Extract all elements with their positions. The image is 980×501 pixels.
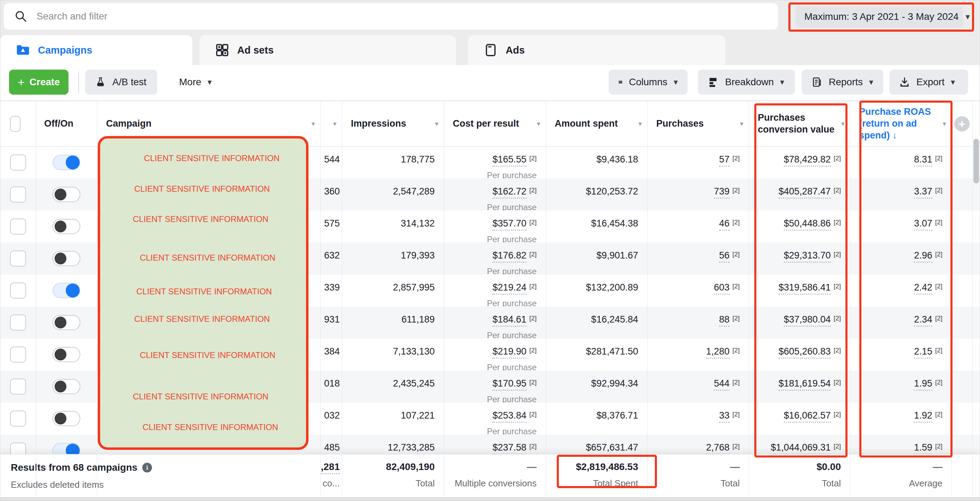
- conversion-value-cell: $319,586.41[2]: [749, 274, 850, 306]
- conversion-value[interactable]: $29,313.70: [784, 250, 831, 263]
- cost-per-result-cell: $357.70[2] Per purchase: [444, 211, 546, 243]
- campaign-toggle[interactable]: [52, 155, 80, 170]
- footnote-marker: [2]: [529, 187, 536, 194]
- tab-ads[interactable]: Ads: [468, 35, 725, 65]
- purchases-value[interactable]: 603: [714, 282, 730, 295]
- campaign-toggle[interactable]: [52, 443, 80, 454]
- cost-per-result-value[interactable]: $219.24: [492, 282, 527, 295]
- cost-per-result-value[interactable]: $237.58: [492, 442, 527, 454]
- conversion-value[interactable]: $605,260.83: [779, 346, 831, 359]
- breakdown-button[interactable]: Breakdown ▾: [698, 70, 795, 95]
- row-checkbox[interactable]: [10, 442, 26, 454]
- row-checkbox[interactable]: [10, 219, 26, 235]
- purchases-value[interactable]: 2,768: [706, 442, 730, 454]
- cost-per-result-value[interactable]: $184.61: [492, 314, 527, 327]
- tab-ad-sets[interactable]: Ad sets: [200, 35, 456, 65]
- row-checkbox[interactable]: [10, 314, 26, 330]
- purchases-value[interactable]: 46: [719, 218, 730, 231]
- cost-per-result-value[interactable]: $357.70: [492, 218, 527, 231]
- conversion-value[interactable]: $37,980.04: [784, 314, 831, 327]
- cost-per-result-value[interactable]: $219.90: [492, 346, 527, 359]
- campaign-toggle[interactable]: [52, 379, 80, 394]
- roas-value[interactable]: 3.37: [914, 186, 932, 199]
- header-purchases-conversion-value[interactable]: Purchases conversion value▼: [749, 101, 850, 147]
- purchases-value[interactable]: 544: [714, 378, 730, 391]
- client-sensitive-overlay-text: CLIENT SENSITIVE INFORMATION: [119, 314, 285, 324]
- row-checkbox[interactable]: [10, 378, 26, 394]
- header-purchases[interactable]: Purchases▼: [647, 101, 749, 147]
- conversion-value[interactable]: $78,429.82: [784, 154, 831, 167]
- purchases-value[interactable]: 88: [719, 314, 730, 327]
- cost-per-result-value[interactable]: $170.95: [492, 378, 527, 391]
- info-icon[interactable]: i: [142, 463, 152, 472]
- campaign-toggle[interactable]: [52, 347, 80, 362]
- roas-value[interactable]: 2.15: [914, 346, 932, 359]
- purchases-value[interactable]: 33: [719, 410, 730, 423]
- roas-value[interactable]: 1.95: [914, 378, 932, 391]
- purchases-value[interactable]: 56: [719, 250, 730, 263]
- row-checkbox[interactable]: [10, 410, 26, 426]
- campaign-toggle[interactable]: [52, 187, 80, 202]
- header-results-truncated[interactable]: ▼: [320, 101, 342, 147]
- cost-per-result-value[interactable]: $165.55: [492, 154, 527, 167]
- purchases-cell: 2,768[2]: [647, 434, 749, 454]
- row-toggle-cell: [36, 274, 97, 306]
- campaign-toggle[interactable]: [52, 219, 80, 234]
- conversion-value[interactable]: $319,586.41: [779, 282, 831, 295]
- results-cell: 575: [320, 211, 342, 243]
- footer-results-value[interactable]: ,281: [321, 461, 340, 474]
- select-all-checkbox[interactable]: [10, 116, 21, 132]
- conversion-value[interactable]: $405,287.47: [779, 186, 831, 199]
- conversion-value[interactable]: $1,044,069.31: [771, 442, 831, 454]
- campaign-toggle[interactable]: [52, 251, 80, 266]
- horizontal-scrollbar-track[interactable]: [0, 497, 980, 501]
- roas-value[interactable]: 8.31: [914, 154, 932, 167]
- export-button[interactable]: Export ▾: [889, 70, 968, 95]
- roas-value[interactable]: 1.92: [914, 410, 932, 423]
- cost-per-result-value[interactable]: $176.82: [492, 250, 527, 263]
- footer-purchases-label: Total: [647, 478, 740, 489]
- amount-spent-cell: $9,436.18: [546, 147, 647, 179]
- conversion-value[interactable]: $50,448.86: [784, 218, 831, 231]
- purchases-value[interactable]: 57: [719, 154, 730, 167]
- row-checkbox[interactable]: [10, 187, 26, 203]
- ab-test-button[interactable]: A/B test: [85, 70, 157, 95]
- roas-value[interactable]: 2.34: [914, 314, 932, 327]
- tab-campaigns[interactable]: Campaigns: [0, 35, 192, 65]
- more-button[interactable]: More ▾: [169, 70, 215, 95]
- row-checkbox[interactable]: [10, 346, 26, 362]
- roas-value[interactable]: 1.59: [914, 442, 932, 454]
- campaign-toggle[interactable]: [52, 411, 80, 426]
- campaign-toggle[interactable]: [52, 315, 80, 330]
- cost-per-result-value[interactable]: $253.84: [492, 410, 527, 423]
- header-cost-per-result-label: Cost per result: [453, 118, 519, 130]
- roas-value[interactable]: 2.42: [914, 282, 932, 295]
- roas-value[interactable]: 3.07: [914, 218, 932, 231]
- roas-cell: 1.95[2]: [850, 370, 951, 402]
- purchases-value[interactable]: 1,280: [706, 346, 730, 359]
- footnote-marker: [2]: [732, 282, 740, 290]
- cost-per-result-value[interactable]: $162.72: [492, 186, 527, 199]
- conversion-value[interactable]: $16,062.57: [784, 410, 831, 423]
- footer-cost-per-result-total: — Multiple conversions: [444, 455, 546, 498]
- vertical-scrollbar-thumb[interactable]: [974, 139, 979, 183]
- header-impressions[interactable]: Impressions▼: [342, 101, 444, 147]
- footnote-marker: [2]: [834, 410, 841, 418]
- footnote-marker: [2]: [529, 219, 536, 226]
- columns-button[interactable]: Columns ▾: [609, 70, 687, 95]
- campaign-toggle[interactable]: [52, 283, 80, 298]
- search-bar[interactable]: Search and filter: [4, 3, 778, 30]
- conversion-value[interactable]: $181,619.54: [779, 378, 831, 391]
- header-amount-spent[interactable]: Amount spent▼: [546, 101, 647, 147]
- purchases-value[interactable]: 739: [714, 186, 730, 199]
- row-checkbox[interactable]: [10, 155, 26, 171]
- header-cost-per-result[interactable]: Cost per result▼: [444, 101, 546, 147]
- date-range-selector[interactable]: Maximum: 3 Apr 2021 - 3 May 2024 ▾: [795, 6, 963, 27]
- row-checkbox[interactable]: [10, 250, 26, 266]
- create-button[interactable]: + Create: [9, 70, 68, 95]
- reports-button[interactable]: Reports ▾: [802, 70, 883, 95]
- header-purchase-roas[interactable]: Purchase ROAS (return on ad spend) ↓▼: [850, 101, 951, 147]
- roas-value[interactable]: 2.96: [914, 250, 932, 263]
- row-checkbox[interactable]: [10, 282, 26, 298]
- add-column-button[interactable]: +: [954, 116, 970, 131]
